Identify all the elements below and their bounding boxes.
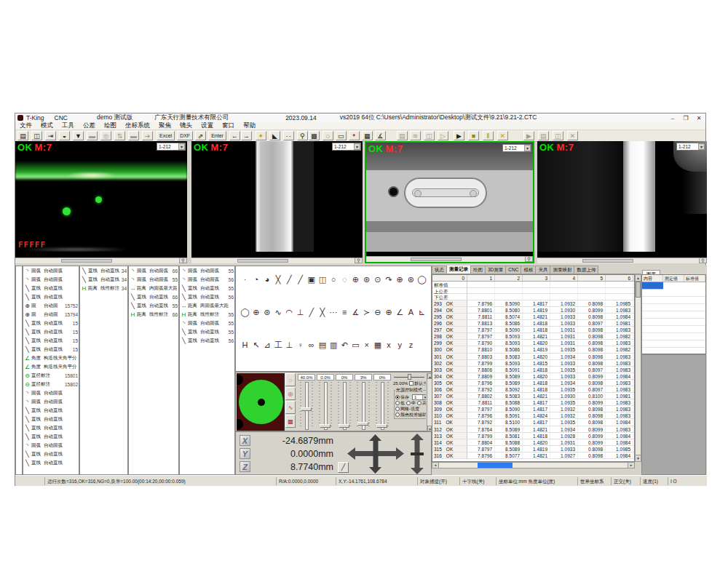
tool-ellipse-icon[interactable]: ◯ (416, 274, 427, 285)
tool-cross-icon[interactable]: ╳ (317, 306, 328, 318)
feature-item[interactable]: H距离线性标注34 (80, 284, 127, 292)
camera2-lens-select[interactable]: 1-212▾ (332, 143, 361, 151)
tool-beam-icon[interactable]: 工 (273, 339, 284, 351)
tool-angle-2-icon[interactable]: ∡ (350, 306, 361, 318)
result-row[interactable]: 294OK7.88018.50801.48191.09300.80991.098… (432, 307, 634, 314)
tool-keyboard-icon[interactable]: ▤ (317, 339, 328, 351)
toolbar-run-step[interactable]: ▷ (438, 131, 448, 140)
toolbar-open[interactable]: ◫ (31, 131, 42, 140)
camera-view-1[interactable]: OKM:7 1-212▾ FFFFF ⚲ (15, 141, 187, 263)
tool-rect-icon[interactable]: ▣ (306, 274, 317, 285)
scroll-left-icon[interactable]: ◂ (432, 463, 439, 468)
feature-item[interactable]: ◝圆弧自动圆弧 (23, 388, 79, 397)
toolbar-run-to-end[interactable]: ▶ (454, 131, 464, 140)
feature-item[interactable]: ╲直线自动直线 (23, 423, 79, 432)
tool-diameter-icon[interactable]: ⊖ (372, 306, 383, 318)
menu-item-8[interactable]: 设置 (197, 121, 218, 130)
result-row[interactable]: 309OK7.87978.50901.48171.09320.80981.098… (432, 406, 634, 412)
tool-wave-icon[interactable]: ∿ (273, 306, 284, 318)
result-row[interactable]: 312OK7.87648.50891.48211.09340.80991.098… (432, 426, 634, 433)
feature-item[interactable]: ∠角度构造线夹角平分 (23, 354, 79, 362)
default-mode-checkbox[interactable] (409, 381, 414, 386)
tab-2[interactable]: 绘图 (470, 266, 486, 274)
ring-light-circle[interactable] (239, 380, 283, 424)
result-row[interactable]: 314OK7.88048.50881.48201.09310.80991.098… (432, 439, 634, 446)
vscroll-thumb[interactable] (636, 282, 641, 298)
close-button[interactable]: ✕ (692, 114, 705, 122)
result-row[interactable]: 307OK7.88028.50831.48211.09300.81001.098… (432, 393, 634, 399)
result-row[interactable]: 297OK7.87978.50901.48181.09310.80981.098… (432, 327, 634, 333)
tab-6[interactable]: 夹具 (535, 266, 550, 274)
result-row[interactable]: 316OK7.87968.50771.48211.09270.80981.098… (432, 453, 634, 459)
tool-points-icon[interactable]: ⋯ (328, 306, 339, 318)
light-options-scrollbar[interactable]: ▲▼ (427, 373, 432, 431)
toolbar-aux-play[interactable]: ▶ (523, 131, 534, 140)
tool-circle-center-icon[interactable]: ⊙ (372, 274, 383, 285)
toolbar-blank[interactable]: ▭ (336, 131, 347, 140)
tool-line-thick-icon[interactable]: ╱ (306, 306, 317, 318)
light-ring-button-2[interactable]: ◎ (285, 387, 296, 400)
light-master-thumb[interactable] (408, 374, 411, 380)
camera3-hscrollbar[interactable] (366, 256, 525, 262)
col-header[interactable]: 5 (578, 275, 606, 281)
tool-undo-icon[interactable]: ↶ (339, 339, 350, 351)
result-row[interactable]: 303OK7.88068.50911.48181.09350.80971.098… (432, 367, 634, 373)
feature-item[interactable]: ╲直线自动直线34 (80, 275, 127, 284)
tool-arc-arrow-icon[interactable]: ◠ (284, 306, 295, 318)
menu-item-5[interactable]: 坐标系统 (121, 121, 154, 130)
jog-arrows[interactable] (347, 434, 428, 474)
tool-angle-icon[interactable]: ∠ (395, 306, 405, 318)
camera4-zoom-icon[interactable]: ⚲ (699, 258, 707, 263)
toolbar-run-open[interactable]: ◫ (424, 131, 435, 140)
tool-pick-1-icon[interactable]: ◔ (250, 274, 261, 285)
tool-vertex-icon[interactable]: ≻ (361, 306, 372, 318)
tab-1[interactable]: 测量记录 (446, 266, 471, 274)
menu-item-3[interactable]: 公差 (79, 121, 100, 130)
tool-circle-dashed-icon[interactable]: ◌ (339, 274, 350, 285)
toolbar-save[interactable]: ▤ (17, 131, 28, 140)
toolbar-aux-cancel[interactable]: ✕ (567, 131, 578, 140)
result-row[interactable]: 298OK7.87978.50931.48211.09310.80981.098… (432, 333, 634, 340)
light-slider-thumb[interactable] (357, 422, 368, 426)
toolbar-report[interactable]: ⇗ (195, 131, 206, 140)
tool-circle-cross-icon[interactable]: ⊕ (395, 274, 405, 285)
toolbar-run-stop[interactable]: ■ (468, 131, 479, 140)
feature-item[interactable]: ╲直线自动直线66 (129, 292, 178, 301)
radio-color-cal[interactable]: 颜色校准辅助 (395, 412, 426, 418)
tool-select-box-icon[interactable]: ▭ (350, 339, 361, 351)
col-header[interactable]: 3 (523, 275, 550, 281)
tab-7[interactable]: 测量映射 (550, 266, 574, 274)
col-header[interactable]: 1 (467, 275, 495, 281)
results-hscrollbar[interactable]: ◂ ▸ (432, 462, 635, 469)
toolbar-nav-forward[interactable]: → (241, 131, 252, 140)
result-row[interactable]: 296OK7.88138.50861.48181.09330.80971.098… (432, 320, 634, 327)
toolbar-cal-4[interactable]: ▬ (128, 131, 139, 140)
tab-4[interactable]: CNC (505, 266, 521, 274)
toolbar-hatch[interactable]: ▩ (309, 131, 320, 140)
camera3-image[interactable] (366, 143, 533, 252)
elements-col[interactable]: 标准值 (684, 275, 705, 282)
col-header[interactable]: 2 (495, 275, 523, 281)
result-row[interactable]: 299OK7.87908.50931.48201.09310.80981.098… (432, 340, 634, 346)
feature-item[interactable]: ╲直线自动直线15 (23, 345, 79, 354)
feature-item[interactable]: ↔距离内圆弧最大距 (129, 284, 178, 292)
camera1-zoom-icon[interactable]: ⚲ (179, 258, 187, 263)
elements-selected-cell[interactable] (642, 282, 663, 290)
toolbar-grid[interactable]: ▦ (362, 131, 373, 140)
toolbar-aux-open[interactable]: ◫ (553, 131, 563, 140)
tool-parallel-icon[interactable]: ≡ (339, 306, 350, 318)
toolbar-minus[interactable]: - - (283, 131, 294, 140)
toolbar-chart[interactable]: ∡ (375, 131, 386, 140)
feature-item[interactable]: ╲直线自动直线55 (129, 301, 178, 310)
tool-triangle-icon[interactable]: ⊿ (261, 339, 272, 351)
feature-item[interactable]: ╲直线自动直线15 (23, 336, 79, 345)
tool-link-icon[interactable]: ∞ (306, 339, 317, 351)
feature-item[interactable]: ╲直线自动直线 (23, 292, 79, 301)
camera-view-2[interactable]: OKM:7 1-212▾ ⚲ (191, 141, 363, 263)
toolbar-star[interactable]: * (349, 131, 360, 140)
result-row[interactable]: 301OK7.88038.50831.48201.09340.80981.098… (432, 354, 634, 360)
feature-item[interactable]: ∠角度构造线夹角平分 (23, 362, 79, 371)
toolbar-cal-2[interactable]: ◎ (100, 131, 111, 140)
toolbar-run-pause[interactable]: ‖ (483, 131, 494, 140)
camera-view-3-selected[interactable]: OKM:7 1-212▾ ⚲ (365, 141, 534, 263)
